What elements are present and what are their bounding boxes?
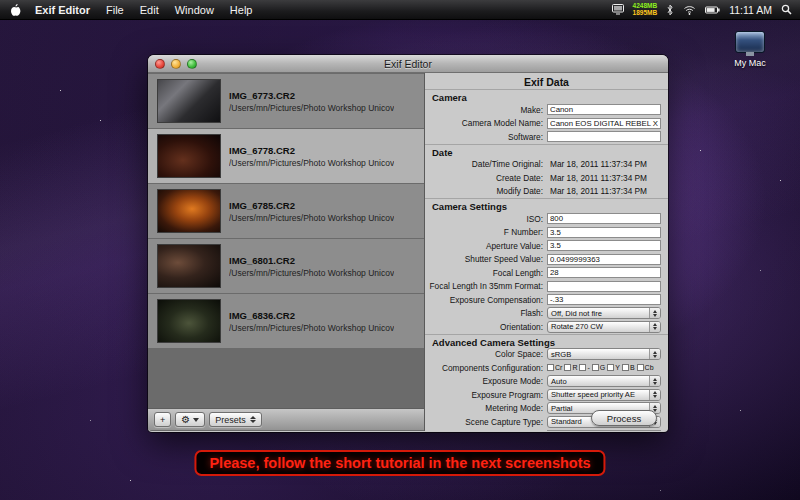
file-list: IMG_6773.CR2 /Users/mn/Pictures/Photo Wo…	[148, 73, 424, 408]
zoom-button[interactable]	[187, 59, 197, 69]
popup-arrows-icon	[649, 349, 660, 359]
datetime-original-value: Mar 18, 2011 11:37:34 PM	[547, 159, 647, 169]
actions-gear-button[interactable]: ⚙	[175, 412, 205, 427]
process-button[interactable]: Process	[591, 410, 657, 426]
field-label: Exposure Mode:	[425, 376, 547, 386]
field-label: ISO:	[425, 214, 547, 224]
section-date: Date	[425, 144, 668, 158]
spotlight-icon[interactable]	[781, 4, 792, 15]
make-input[interactable]	[547, 104, 661, 115]
focal-length-35mm-input[interactable]	[547, 281, 661, 292]
file-name: IMG_6801.CR2	[229, 255, 394, 266]
list-item[interactable]: IMG_6801.CR2 /Users/mn/Pictures/Photo Wo…	[148, 239, 424, 293]
menu-edit[interactable]: Edit	[140, 4, 159, 16]
menu-file[interactable]: File	[106, 4, 124, 16]
popup-arrows-icon	[649, 322, 660, 332]
apple-logo-icon	[10, 3, 21, 16]
component-checkbox-cb[interactable]: Cb	[637, 364, 654, 371]
exif-data-title: Exif Data	[425, 73, 668, 89]
menu-help[interactable]: Help	[230, 4, 253, 16]
field-label: Create Date:	[425, 173, 547, 183]
section-camera: Camera	[425, 89, 668, 103]
aperture-input[interactable]	[547, 240, 661, 251]
components-configuration-checkboxes: Cr R - G Y B Cb	[547, 364, 661, 371]
computer-icon	[735, 31, 765, 53]
field-label: Components Configuration:	[425, 363, 547, 373]
create-date-value: Mar 18, 2011 11:37:34 PM	[547, 173, 647, 183]
window-titlebar[interactable]: Exif Editor	[148, 55, 668, 73]
wifi-icon[interactable]	[683, 5, 696, 15]
exposure-compensation-input[interactable]	[547, 294, 661, 305]
battery-icon[interactable]	[705, 6, 720, 14]
list-item[interactable]: IMG_6836.CR2 /Users/mn/Pictures/Photo Wo…	[148, 294, 424, 348]
component-checkbox-y[interactable]: Y	[607, 364, 620, 371]
file-name: IMG_6773.CR2	[229, 90, 394, 101]
apple-menu[interactable]	[10, 3, 21, 16]
menu-clock[interactable]: 11:11 AM	[729, 4, 772, 16]
component-checkbox-g[interactable]: G	[592, 364, 605, 371]
tutorial-banner: Please, follow the short tutorial in the…	[194, 450, 605, 476]
file-path: /Users/mn/Pictures/Photo Workshop Unicov	[229, 158, 394, 168]
desktop-icon-my-mac[interactable]: My Mac	[722, 31, 778, 68]
file-name: IMG_6785.CR2	[229, 200, 394, 211]
popup-arrows-icon	[649, 376, 660, 386]
file-path: /Users/mn/Pictures/Photo Workshop Unicov	[229, 213, 394, 223]
field-label: Aperture Value:	[425, 241, 547, 251]
presets-label: Presets	[215, 415, 246, 425]
section-advanced-camera-settings: Advanced Camera Settings	[425, 334, 668, 348]
white-balance-input[interactable]	[547, 430, 661, 431]
field-label: Exposure Program:	[425, 390, 547, 400]
component-checkbox-r[interactable]: R	[564, 364, 577, 371]
popup-arrows-icon	[649, 308, 660, 318]
iso-input[interactable]	[547, 213, 661, 224]
file-thumbnail	[157, 189, 221, 233]
file-thumbnail	[157, 134, 221, 178]
exposure-program-select[interactable]: Shutter speed priority AE	[547, 389, 661, 401]
exposure-mode-select[interactable]: Auto	[547, 375, 661, 387]
component-checkbox-dash[interactable]: -	[579, 364, 589, 371]
field-label: Software:	[425, 132, 547, 142]
file-name: IMG_6836.CR2	[229, 310, 394, 321]
file-thumbnail	[157, 299, 221, 343]
menu-app[interactable]: Exif Editor	[35, 4, 90, 16]
presets-dropdown[interactable]: Presets	[209, 412, 262, 427]
updown-arrows-icon	[250, 416, 256, 423]
section-camera-settings: Camera Settings	[425, 198, 668, 212]
camera-model-input[interactable]	[547, 118, 661, 129]
field-label: Metering Mode:	[425, 403, 547, 413]
popup-arrows-icon	[649, 390, 660, 400]
list-item[interactable]: IMG_6785.CR2 /Users/mn/Pictures/Photo Wo…	[148, 184, 424, 238]
memory-used: 1895MB	[633, 10, 658, 17]
shutter-speed-input[interactable]	[547, 254, 661, 265]
component-checkbox-cr[interactable]: Cr	[547, 364, 562, 371]
list-item[interactable]: IMG_6773.CR2 /Users/mn/Pictures/Photo Wo…	[148, 74, 424, 128]
f-number-input[interactable]	[547, 227, 661, 238]
field-label: Date/Time Original:	[425, 159, 547, 169]
flash-select[interactable]: Off, Did not fire	[547, 307, 661, 319]
menu-extras: 4248MB 1895MB 11:11 AM	[612, 3, 800, 16]
list-item-selected[interactable]: IMG_6778.CR2 /Users/mn/Pictures/Photo Wo…	[148, 129, 424, 183]
field-label: Exposure Compensation:	[425, 295, 547, 305]
file-list-pane: IMG_6773.CR2 /Users/mn/Pictures/Photo Wo…	[148, 73, 425, 431]
menu-bar: Exif Editor File Edit Window Help 4248MB…	[0, 0, 800, 20]
file-path: /Users/mn/Pictures/Photo Workshop Unicov	[229, 323, 394, 333]
add-file-button[interactable]: +	[154, 412, 171, 427]
display-icon[interactable]	[612, 4, 624, 15]
file-name: IMG_6778.CR2	[229, 145, 394, 156]
gear-icon: ⚙	[181, 415, 190, 425]
field-label: Flash:	[425, 308, 547, 318]
field-label: Shutter Speed Value:	[425, 254, 547, 264]
wallpaper-stars	[60, 90, 61, 91]
bluetooth-icon[interactable]	[666, 4, 674, 16]
memory-indicator[interactable]: 4248MB 1895MB	[633, 3, 658, 16]
desktop-icon-label: My Mac	[722, 58, 778, 68]
focal-length-input[interactable]	[547, 267, 661, 278]
close-button[interactable]	[155, 59, 165, 69]
menu-window[interactable]: Window	[175, 4, 214, 16]
orientation-select[interactable]: Rotate 270 CW	[547, 321, 661, 333]
field-label: Focal Length In 35mm Format:	[425, 281, 547, 291]
color-space-select[interactable]: sRGB	[547, 348, 661, 360]
component-checkbox-b[interactable]: B	[622, 364, 635, 371]
software-input[interactable]	[547, 131, 661, 142]
minimize-button[interactable]	[171, 59, 181, 69]
